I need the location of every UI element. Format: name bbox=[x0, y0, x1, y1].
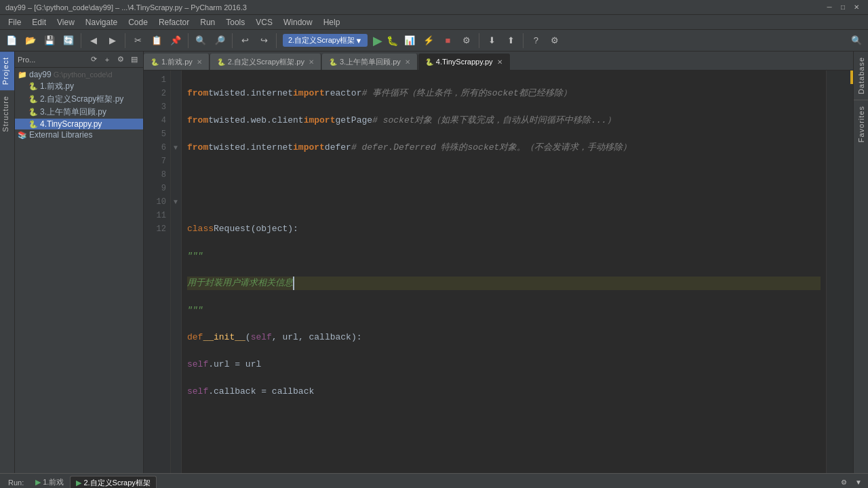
toolbar-open[interactable]: 📂 bbox=[22, 32, 39, 49]
bottom-run-text: Run: bbox=[8, 479, 24, 487]
project-tree: 📁 day99 G:\python_code\d 🐍 1.前戏.py 🐍 2.自… bbox=[15, 68, 143, 473]
toolbar-save-all[interactable]: 💾 bbox=[41, 32, 58, 49]
code-line-12: self.callback = callback bbox=[187, 385, 821, 399]
toolbar-cut[interactable]: ✂ bbox=[129, 32, 146, 49]
toolbar-forward[interactable]: ▶ bbox=[104, 32, 121, 49]
maximize-button[interactable]: □ bbox=[837, 1, 849, 14]
more-run-btn[interactable]: ⚙ bbox=[458, 32, 475, 49]
tree-root[interactable]: 📁 day99 G:\python_code\d bbox=[15, 69, 143, 80]
tree-label-2: 2.自定义Scrapy框架.py bbox=[40, 94, 123, 105]
proj-settings-btn[interactable]: ⚙ bbox=[115, 54, 127, 66]
coverage-button[interactable]: 📊 bbox=[401, 32, 418, 49]
minimize-button[interactable]: ─ bbox=[823, 1, 835, 14]
tree-item-1[interactable]: 🐍 1.前戏.py bbox=[15, 80, 143, 93]
menu-refactor[interactable]: Refactor bbox=[153, 16, 195, 28]
menu-vcs[interactable]: VCS bbox=[250, 16, 278, 28]
menu-file[interactable]: File bbox=[3, 16, 26, 28]
structure-tab[interactable]: Structure bbox=[0, 90, 14, 138]
tab-2-close[interactable]: ✕ bbox=[309, 58, 314, 66]
bottom-collapse-btn[interactable]: ▼ bbox=[852, 476, 865, 489]
menu-navigate[interactable]: Navigate bbox=[80, 16, 123, 28]
tab-1-close[interactable]: ✕ bbox=[197, 58, 202, 66]
toolbar-redo[interactable]: ↪ bbox=[255, 32, 273, 49]
proj-sync-btn[interactable]: ⟳ bbox=[87, 54, 100, 66]
toolbar-sep-1 bbox=[81, 33, 81, 48]
menu-help[interactable]: Help bbox=[318, 16, 346, 28]
title-bar-text: day99 – [G:\python_code\day99] – ...\4.T… bbox=[5, 3, 247, 12]
bottom-panel: Run: ▶ 1.前戏 ▶ 2.自定义Scrapy框架 ⚙ ▼ ▶ ■ ▲ ▼ … bbox=[0, 473, 868, 488]
vcs-update[interactable]: ⬇ bbox=[483, 32, 500, 49]
tab-3-close[interactable]: ✕ bbox=[405, 58, 410, 66]
toolbar-sep-5 bbox=[276, 33, 277, 48]
menu-tools[interactable]: Tools bbox=[220, 16, 250, 28]
menu-run[interactable]: Run bbox=[195, 16, 220, 28]
code-line-5 bbox=[187, 195, 821, 209]
toolbar-undo[interactable]: ↩ bbox=[236, 32, 254, 49]
debug-button[interactable]: 🐛 bbox=[387, 35, 398, 46]
minimap-area bbox=[826, 70, 853, 473]
tab-3-label: 3.上午简单回顾.py bbox=[340, 57, 401, 67]
close-button[interactable]: ✕ bbox=[850, 1, 863, 14]
bottom-tabs: Run: ▶ 1.前戏 ▶ 2.自定义Scrapy框架 ⚙ ▼ bbox=[0, 474, 868, 488]
tree-item-2[interactable]: 🐍 2.自定义Scrapy框架.py bbox=[15, 93, 143, 106]
menu-bar: File Edit View Navigate Code Refactor Ru… bbox=[0, 15, 868, 30]
settings-button[interactable]: ⚙ bbox=[546, 32, 564, 49]
run-icon-1: ▶ bbox=[35, 478, 41, 487]
menu-view[interactable]: View bbox=[52, 16, 80, 28]
proj-plus-btn[interactable]: + bbox=[101, 54, 113, 66]
tree-item-4[interactable]: 🐍 4.TinyScrappy.py bbox=[15, 119, 143, 129]
toolbar-sep-3 bbox=[188, 33, 189, 48]
vcs-commit[interactable]: ⬆ bbox=[502, 32, 519, 49]
profile-button[interactable]: ⚡ bbox=[420, 32, 437, 49]
code-gutter: ▼ ▼ bbox=[171, 70, 182, 473]
toolbar-back[interactable]: ◀ bbox=[85, 32, 102, 49]
right-vertical-tabs: Database Favorites bbox=[853, 52, 868, 473]
tab-1-icon: 🐍 bbox=[151, 58, 159, 66]
tab-1[interactable]: 🐍 1.前戏.py ✕ bbox=[144, 54, 210, 70]
code-container: 1 2 3 4 5 6 7 8 9 10 11 12 ▼ bbox=[144, 70, 853, 473]
toolbar-copy[interactable]: 📋 bbox=[148, 32, 165, 49]
search-everywhere[interactable]: 🔍 bbox=[848, 32, 865, 49]
tab-1-label: 1.前戏.py bbox=[161, 57, 193, 67]
minimap-bg bbox=[827, 70, 853, 473]
tree-root-path: G:\python_code\d bbox=[54, 70, 113, 79]
tool-tabs: Run: ▶ 1.前戏 ▶ 2.自定义Scrapy框架 bbox=[3, 476, 157, 489]
code-line-3: from twisted.internet import defer # def… bbox=[187, 141, 821, 155]
project-toolbar: Pro... ⟳ + ⚙ ▤ bbox=[15, 52, 143, 68]
code-line-8: 用于封装用户请求相关信息 bbox=[187, 277, 821, 290]
toolbar-new-file[interactable]: 📄 bbox=[3, 32, 20, 49]
main-layout: Project Structure Pro... ⟳ + ⚙ ▤ 📁 day99… bbox=[0, 52, 868, 473]
proj-view-btn[interactable]: ▤ bbox=[128, 54, 140, 66]
menu-edit[interactable]: Edit bbox=[26, 16, 52, 28]
bottom-tab-1[interactable]: ▶ 1.前戏 bbox=[30, 476, 69, 489]
toolbar-sep-6 bbox=[479, 33, 479, 48]
toolbar-sync[interactable]: 🔄 bbox=[60, 32, 77, 49]
project-tab[interactable]: Project bbox=[0, 52, 14, 90]
editor-area: 🐍 1.前戏.py ✕ 🐍 2.自定义Scrapy框架.py ✕ 🐍 3.上午简… bbox=[144, 52, 853, 473]
tab-2[interactable]: 🐍 2.自定义Scrapy框架.py ✕ bbox=[210, 54, 321, 70]
bottom-settings-btn[interactable]: ⚙ bbox=[837, 476, 850, 489]
left-vertical-tabs: Project Structure bbox=[0, 52, 15, 473]
menu-code[interactable]: Code bbox=[123, 16, 153, 28]
tab-4-close[interactable]: ✕ bbox=[497, 58, 502, 66]
toolbar-paste[interactable]: 📌 bbox=[167, 32, 184, 49]
database-tab[interactable]: Database bbox=[856, 52, 867, 100]
tree-ext-libs[interactable]: 📚 External Libraries bbox=[15, 129, 143, 140]
code-line-1: from twisted.internet import reactor # 事… bbox=[187, 87, 821, 100]
tree-label-4: 4.TinyScrappy.py bbox=[40, 119, 102, 129]
toolbar-find[interactable]: 🔍 bbox=[192, 32, 210, 49]
run-config-selector[interactable]: 2.自定义Scrapy框架 ▼ bbox=[283, 34, 368, 47]
bottom-tab-2[interactable]: ▶ 2.自定义Scrapy框架 bbox=[70, 476, 156, 489]
help-button[interactable]: ? bbox=[527, 32, 545, 49]
code-editor[interactable]: from twisted.internet import reactor # 事… bbox=[182, 70, 826, 473]
tree-item-3[interactable]: 🐍 3.上午简单回顾.py bbox=[15, 106, 143, 119]
run-button[interactable]: ▶ bbox=[373, 33, 382, 48]
stop-button[interactable]: ■ bbox=[439, 32, 456, 49]
toolbar-replace[interactable]: 🔎 bbox=[211, 32, 229, 49]
line-numbers: 1 2 3 4 5 6 7 8 9 10 11 12 bbox=[144, 70, 171, 473]
tab-4[interactable]: 🐍 4.TinyScrappy.py ✕ bbox=[418, 54, 510, 70]
favorites-tab[interactable]: Favorites bbox=[856, 100, 867, 148]
code-line-4 bbox=[187, 168, 821, 182]
tab-3[interactable]: 🐍 3.上午简单回顾.py ✕ bbox=[322, 54, 418, 70]
menu-window[interactable]: Window bbox=[278, 16, 318, 28]
